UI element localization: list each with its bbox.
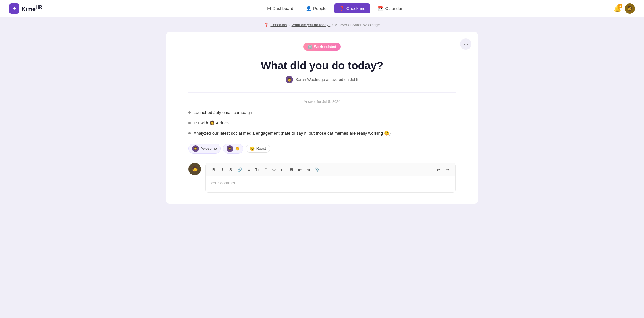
category-badge: 🏢 Work related: [303, 43, 341, 51]
toolbar-outdent[interactable]: ⇤: [296, 166, 304, 173]
toolbar-attachment[interactable]: 📎: [313, 166, 322, 173]
comment-box: B I S 🔗 ≡ T↑ " <> ≔ ⊟ ⇤ ⇥ 📎 ↩: [205, 163, 456, 193]
commenter-avatar: 🧔: [188, 163, 201, 175]
list-item: Launched July email campaign: [188, 109, 456, 116]
category-label: Work related: [314, 45, 336, 49]
breadcrumb-checkins[interactable]: Check-ins: [270, 23, 287, 27]
page-wrapper: ❓ Check-ins › What did you do today? › A…: [0, 17, 644, 215]
breadcrumb-sep-1: ›: [288, 23, 290, 27]
breadcrumb-sep-2: ›: [332, 23, 333, 27]
answer-date: Answer for Jul 5, 2024: [188, 99, 456, 104]
toolbar-bullet-list[interactable]: ≔: [279, 166, 287, 173]
calendar-icon: 📅: [378, 6, 383, 11]
question-title: What did you do today?: [188, 60, 456, 72]
react-button[interactable]: 😊 React: [246, 145, 270, 153]
answered-by-text: Sarah Woolridge answered on Jul 5: [295, 77, 358, 82]
toolbar-heading[interactable]: T↑: [253, 166, 261, 173]
answer-item-3: Analyzed our latest social media engagem…: [194, 130, 391, 137]
list-item: 1:1 with 🧔 Aldrich: [188, 120, 456, 126]
answer-section: Answer for Jul 5, 2024 Launched July ema…: [188, 92, 456, 154]
undo-redo-group: ↩ ↪: [434, 166, 451, 173]
nav-right: 🔔 3 🧔: [614, 3, 635, 14]
category-icon: 🏢: [308, 45, 312, 49]
react-label: React: [256, 146, 266, 151]
logo-sup: HR: [36, 5, 42, 10]
comment-section: 🧔 B I S 🔗 ≡ T↑ " <> ≔ ⊟ ⇤ ⇥: [188, 163, 456, 193]
bullet-icon: [188, 122, 191, 124]
answerer-avatar: 👩: [286, 76, 293, 83]
logo-text: KimeHR: [22, 5, 42, 13]
logo[interactable]: ✦ KimeHR: [9, 3, 42, 14]
reaction-clap[interactable]: 🧔 👏: [223, 144, 243, 154]
people-icon: 👤: [306, 6, 311, 11]
checkins-icon: ❓: [339, 6, 345, 11]
comment-input[interactable]: Your comment...: [206, 176, 455, 192]
reaction-emoji-clap: 👏: [235, 146, 240, 151]
nav-item-checkins[interactable]: ❓ Check-ins: [334, 3, 371, 13]
answerer-avatar-icon: 👩: [287, 78, 292, 82]
bullet-icon: [188, 111, 191, 114]
nav-item-people[interactable]: 👤 People: [301, 3, 332, 13]
main-card: ··· 🏢 Work related What did you do today…: [166, 32, 478, 204]
toolbar-ordered-list[interactable]: ⊟: [287, 166, 295, 173]
reaction-awesome[interactable]: 🧔 Awesome: [188, 144, 221, 154]
toolbar-quote[interactable]: ": [262, 166, 270, 173]
nav-label-people: People: [313, 6, 327, 11]
reactions-row: 🧔 Awesome 🧔 👏 😊 React: [188, 144, 456, 154]
commenter-avatar-icon: 🧔: [191, 166, 198, 172]
toolbar-link[interactable]: 🔗: [235, 166, 244, 173]
toolbar-bold[interactable]: B: [210, 166, 218, 173]
answer-item-1: Launched July email campaign: [194, 109, 252, 116]
dashboard-icon: ⊞: [267, 6, 271, 11]
breadcrumb-icon: ❓: [264, 23, 269, 27]
user-avatar-nav[interactable]: 🧔: [625, 3, 635, 14]
more-icon: ···: [464, 41, 468, 47]
breadcrumb-current: Answer of Sarah Woolridge: [335, 23, 380, 27]
navbar: ✦ KimeHR ⊞ Dashboard 👤 People ❓ Check-in…: [0, 0, 644, 17]
more-options-button[interactable]: ···: [460, 38, 471, 50]
reaction-avatar-1: 🧔: [192, 145, 199, 152]
nav-label-dashboard: Dashboard: [273, 6, 293, 11]
toolbar-redo[interactable]: ↪: [443, 166, 451, 173]
answer-item-2: 1:1 with 🧔 Aldrich: [194, 120, 229, 126]
answered-by: 👩 Sarah Woolridge answered on Jul 5: [188, 76, 456, 83]
list-item: Analyzed our latest social media engagem…: [188, 130, 456, 137]
comment-placeholder: Your comment...: [210, 180, 241, 185]
notification-badge: 3: [618, 4, 622, 8]
question-header: 🏢 Work related What did you do today? 👩 …: [188, 43, 456, 83]
toolbar-align[interactable]: ≡: [245, 166, 253, 173]
bullet-icon: [188, 132, 191, 134]
toolbar-strikethrough[interactable]: S: [227, 166, 235, 173]
nav-label-calendar: Calendar: [385, 6, 402, 11]
toolbar-indent[interactable]: ⇥: [304, 166, 312, 173]
breadcrumb: ❓ Check-ins › What did you do today? › A…: [23, 17, 621, 32]
react-icon: 😊: [250, 146, 255, 151]
notification-button[interactable]: 🔔 3: [614, 5, 621, 12]
nav-item-calendar[interactable]: 📅 Calendar: [373, 3, 408, 13]
logo-icon: ✦: [9, 3, 19, 14]
reaction-label-awesome: Awesome: [201, 146, 217, 151]
toolbar-undo[interactable]: ↩: [434, 166, 442, 173]
nav-item-dashboard[interactable]: ⊞ Dashboard: [262, 3, 298, 13]
answer-list: Launched July email campaign 1:1 with 🧔 …: [188, 109, 456, 137]
toolbar-code[interactable]: <>: [270, 166, 278, 173]
reaction-avatar-2: 🧔: [227, 145, 233, 152]
comment-toolbar: B I S 🔗 ≡ T↑ " <> ≔ ⊟ ⇤ ⇥ 📎 ↩: [206, 163, 455, 176]
breadcrumb-question[interactable]: What did you do today?: [292, 23, 331, 27]
nav-label-checkins: Check-ins: [346, 6, 365, 11]
nav-links: ⊞ Dashboard 👤 People ❓ Check-ins 📅 Calen…: [56, 3, 614, 13]
toolbar-italic[interactable]: I: [218, 166, 226, 173]
